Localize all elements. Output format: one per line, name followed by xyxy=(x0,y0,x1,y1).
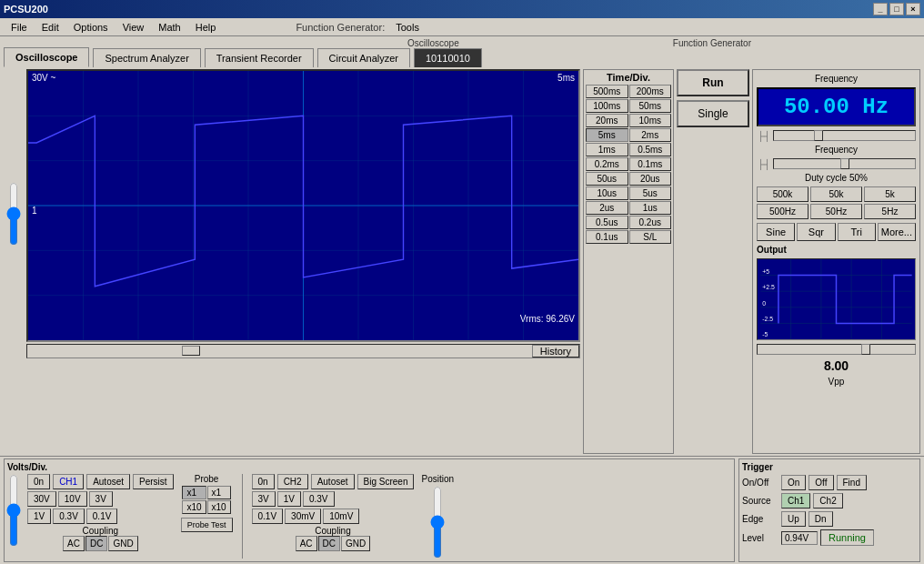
ch1-3v[interactable]: 3V xyxy=(89,491,113,507)
trigger-up-btn[interactable]: Up xyxy=(781,511,806,527)
osc-scrollbar[interactable]: History xyxy=(26,344,580,358)
ch1-10v[interactable]: 10V xyxy=(58,491,87,507)
menu-math[interactable]: Math xyxy=(151,20,187,35)
freq-50k[interactable]: 50k xyxy=(810,186,862,202)
probe-x10-1[interactable]: x10 xyxy=(182,500,206,514)
tab-transient[interactable]: Transient Recorder xyxy=(205,48,314,67)
ch1-1v[interactable]: 1V xyxy=(27,509,51,524)
time-05us[interactable]: 0.5us xyxy=(586,216,628,229)
menu-options[interactable]: Options xyxy=(66,20,116,35)
ch1-persist-btn[interactable]: Persist xyxy=(133,474,174,489)
trigger-find-btn[interactable]: Find xyxy=(837,475,867,490)
time-50us[interactable]: 50us xyxy=(586,172,628,186)
menu-file[interactable]: File xyxy=(4,20,35,35)
ch2-label[interactable]: CH2 xyxy=(277,474,308,489)
time-500ms[interactable]: 500ms xyxy=(586,85,628,98)
time-20ms[interactable]: 20ms xyxy=(586,114,628,127)
time-5ms[interactable]: 5ms xyxy=(586,128,628,142)
freq-500hz[interactable]: 500Hz xyxy=(757,204,808,219)
trigger-dn-btn[interactable]: Dn xyxy=(808,511,833,527)
tab-circuit[interactable]: Circuit Analyzer xyxy=(317,48,410,67)
time-2us[interactable]: 2us xyxy=(586,201,628,215)
time-200ms[interactable]: 200ms xyxy=(629,85,672,98)
time-100ms[interactable]: 100ms xyxy=(586,99,628,113)
ch2-dc-btn[interactable]: DC xyxy=(318,536,340,551)
time-02us[interactable]: 0.2us xyxy=(629,216,672,229)
time-20us[interactable]: 20us xyxy=(629,172,672,186)
time-1ms[interactable]: 1ms xyxy=(586,143,628,156)
ch1-03v[interactable]: 0.3V xyxy=(53,509,85,524)
tools-menu[interactable]: Tools xyxy=(388,20,427,35)
wave-sine[interactable]: Sine xyxy=(757,223,795,241)
wave-sqr[interactable]: Sqr xyxy=(797,223,835,241)
trigger-ch2-btn[interactable]: Ch2 xyxy=(813,493,842,509)
freq-5k[interactable]: 5k xyxy=(864,186,916,202)
time-02ms[interactable]: 0.2ms xyxy=(586,157,628,171)
func-gen-label: Function Generator: xyxy=(296,22,385,33)
close-btn[interactable]: × xyxy=(906,3,920,15)
amplitude-slider[interactable] xyxy=(757,344,916,355)
ch1-dc-btn[interactable]: DC xyxy=(85,536,107,551)
tab-spectrum[interactable]: Spectrum Analyzer xyxy=(93,48,200,67)
wave-more[interactable]: More... xyxy=(878,223,916,241)
ch1-ac-btn[interactable]: AC xyxy=(63,536,85,551)
freq-5hz[interactable]: 5Hz xyxy=(864,204,916,219)
time-01us[interactable]: 0.1us xyxy=(586,230,628,244)
tab-oscilloscope[interactable]: Oscilloscope xyxy=(4,47,89,67)
ch1-01v[interactable]: 0.1V xyxy=(86,509,118,524)
trigger-level-input[interactable]: 0.94V xyxy=(781,531,818,545)
ch2-gnd-btn[interactable]: GND xyxy=(341,536,370,551)
ch2-03v[interactable]: 0.3V xyxy=(303,491,335,507)
ch2-30mv[interactable]: 30mV xyxy=(285,509,321,524)
single-button[interactable]: Single xyxy=(677,100,749,127)
time-1us[interactable]: 1us xyxy=(629,201,672,215)
osc-scrollbar-thumb[interactable] xyxy=(182,346,200,356)
probe-test-btn[interactable]: Probe Test xyxy=(181,518,233,532)
big-screen-btn[interactable]: Big Screen xyxy=(357,474,415,489)
menu-help[interactable]: Help xyxy=(188,20,224,35)
ch2-autoset-btn[interactable]: Autoset xyxy=(311,474,355,489)
history-button[interactable]: History xyxy=(532,345,579,358)
ch2-01v[interactable]: 0.1V xyxy=(252,509,284,524)
ch2-ac-btn[interactable]: AC xyxy=(296,536,317,551)
freq-500k[interactable]: 500k xyxy=(757,186,808,202)
time-5us[interactable]: 5us xyxy=(629,186,672,200)
freq-50hz[interactable]: 50Hz xyxy=(810,204,862,219)
probe-x1-1[interactable]: x1 xyxy=(182,486,206,499)
ch1-on-btn[interactable]: 0n xyxy=(27,474,50,489)
output-waveform-svg: +5 +2.5 0 -2.5 -5 xyxy=(758,259,915,339)
menu-edit[interactable]: Edit xyxy=(35,20,66,35)
ch2-position-slider[interactable] xyxy=(431,486,444,559)
probe-x10-2[interactable]: x10 xyxy=(207,500,231,514)
run-button[interactable]: Run xyxy=(677,69,749,96)
ch1-autoset-btn[interactable]: Autoset xyxy=(86,474,130,489)
ch1-vert-position[interactable] xyxy=(7,474,20,547)
wave-tri[interactable]: Tri xyxy=(838,223,876,241)
time-2ms[interactable]: 2ms xyxy=(629,128,672,142)
frequency-coarse-slider[interactable] xyxy=(773,130,916,141)
time-50ms[interactable]: 50ms xyxy=(629,99,672,113)
menu-view[interactable]: View xyxy=(116,20,152,35)
minimize-btn[interactable]: _ xyxy=(873,3,888,15)
ch1-position-slider[interactable] xyxy=(7,182,20,246)
time-05ms[interactable]: 0.5ms xyxy=(629,143,672,156)
ch1-gnd-btn[interactable]: GND xyxy=(108,536,137,551)
ch2-10mv[interactable]: 10mV xyxy=(323,509,359,524)
tab-digital[interactable]: 10110010 xyxy=(414,48,482,67)
time-01ms[interactable]: 0.1ms xyxy=(629,157,672,171)
probe-x1-2[interactable]: x1 xyxy=(207,486,231,499)
ch1-label[interactable]: CH1 xyxy=(53,474,84,489)
ch2-3v[interactable]: 3V xyxy=(252,491,276,507)
ch2-on-btn[interactable]: 0n xyxy=(252,474,275,489)
trigger-off-btn[interactable]: Off xyxy=(808,475,833,490)
ch2-1v[interactable]: 1V xyxy=(277,491,301,507)
maximize-btn[interactable]: □ xyxy=(889,3,904,15)
ch1-30v[interactable]: 30V xyxy=(27,491,56,507)
time-10ms[interactable]: 10ms xyxy=(629,114,672,127)
trigger-ch1-btn[interactable]: Ch1 xyxy=(781,493,810,509)
time-10us[interactable]: 10us xyxy=(586,186,628,200)
trigger-on-btn[interactable]: On xyxy=(781,475,806,490)
volts-div-title: Volts/Div. xyxy=(7,462,731,472)
frequency-fine-slider[interactable] xyxy=(773,158,916,169)
time-sl[interactable]: S/L xyxy=(629,230,672,244)
